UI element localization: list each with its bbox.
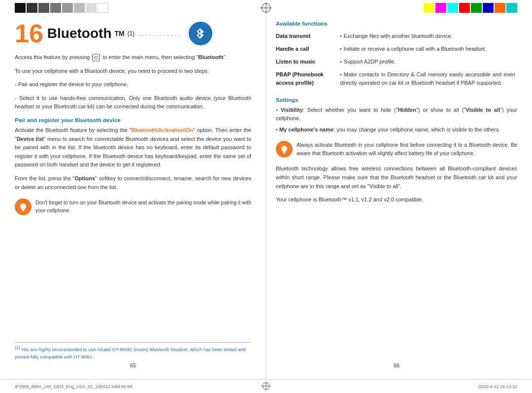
chapter-title: Bluetooth — [47, 26, 112, 41]
swatch-light-gray — [62, 3, 73, 13]
settings-heading: Settings — [276, 97, 517, 103]
swatch-near-white — [86, 3, 97, 13]
swatch-black — [15, 3, 26, 13]
footnote-area: (1) You are highly recommended to use Al… — [15, 342, 251, 360]
svg-rect-8 — [283, 153, 286, 154]
swatch-red — [459, 3, 470, 13]
bottom-bar: IP2809_808A_UM_GEM_Eng_USA_01_100412.ind… — [0, 379, 532, 393]
func-label-handle-call: Handle a call — [276, 43, 340, 56]
swatch-cyan — [447, 3, 458, 13]
swatch-dark-gray — [27, 3, 37, 13]
functions-table: Data transmit •Exchange files with anoth… — [276, 31, 517, 90]
page-divider — [266, 16, 266, 379]
swatch-yellow — [424, 3, 434, 13]
available-functions-title: Available functions — [276, 21, 517, 27]
bluetooth-icon — [189, 22, 212, 45]
swatch-blue — [483, 3, 494, 13]
swatch-white — [98, 3, 108, 13]
func-label-data-transmit: Data transmit — [276, 31, 340, 43]
page-number-right: 66 — [394, 362, 399, 368]
chapter-number: 16 — [15, 21, 43, 46]
note-text-left: Don't forget to turn on your Bluetooth d… — [35, 198, 251, 215]
swatch-lighter-gray — [74, 3, 85, 13]
note-icon-left — [15, 198, 32, 215]
top-bar — [0, 0, 532, 16]
page-number-left: 65 — [130, 362, 136, 368]
note-box-left: Don't forget to turn on your Bluetooth d… — [15, 198, 251, 215]
pair-section-heading: Pair and register your Bluetooth device — [15, 117, 251, 123]
svg-point-6 — [95, 56, 98, 59]
page-left: 16 BluetoothTM(1) ............ Access th… — [15, 21, 251, 368]
pair-paragraph-1: Activate the Bluetooth feature by select… — [15, 126, 251, 169]
footnote-text: (1) You are highly recommended to use Al… — [15, 345, 251, 360]
intro-step-2: - Select it to use hands-free communicat… — [15, 94, 251, 111]
settings-list: Visibility: Select whether you want to h… — [276, 106, 517, 134]
bottom-timestamp: 2010-4-12 16:13:32 — [478, 384, 517, 389]
bottom-filename: IP2809_808A_UM_GEM_Eng_USA_01_100412.ind… — [15, 384, 133, 389]
svg-rect-5 — [93, 54, 100, 61]
intro-paragraph-2: To use your cellphone with a Bluetooth d… — [15, 67, 251, 76]
bottom-text-2: Your cellphone is Bluetooth™ v1.1, v1.2 … — [276, 196, 517, 204]
registration-mark-top-center — [261, 2, 271, 13]
swatch-orange — [495, 3, 505, 13]
swatch-green — [471, 3, 482, 13]
swatch-magenta — [435, 3, 446, 13]
pair-paragraph-2: From the list, press the "Options" softk… — [15, 174, 251, 192]
func-desc-data-transmit: •Exchange files with another bluetooth d… — [340, 31, 517, 43]
table-row: Handle a call •Initiate or receive a cel… — [276, 43, 517, 56]
page-right: Available functions Data transmit •Excha… — [276, 21, 517, 368]
swatch-gray — [38, 3, 49, 13]
swatches-left — [15, 3, 108, 13]
func-desc-listen-music: •Support A2DP profile. — [340, 56, 517, 69]
swatch-mid-gray — [50, 3, 61, 13]
chapter-heading: 16 BluetoothTM(1) ............ — [15, 21, 251, 46]
func-label-listen-music: Listen to music — [276, 56, 340, 69]
registration-mark-bottom-center — [262, 382, 270, 392]
func-desc-handle-call: •Initiate or receive a cellphone call wi… — [340, 43, 517, 56]
bottom-text-1: Bluetooth technology allows free wireles… — [276, 164, 517, 191]
table-row: PBAP (Phonebook access profile) •Make co… — [276, 69, 517, 90]
func-label-pbap: PBAP (Phonebook access profile) — [276, 69, 340, 90]
chapter-footnote-ref: (1) — [128, 30, 135, 37]
table-row: Listen to music •Support A2DP profile. — [276, 56, 517, 69]
table-row: Data transmit •Exchange files with anoth… — [276, 31, 517, 43]
note-icon-right — [276, 141, 293, 158]
swatches-right — [424, 3, 517, 13]
chapter-tm: TM — [114, 30, 124, 37]
dots-decoration: ............ — [137, 29, 181, 38]
intro-step-1: - Pair and register the device to your c… — [15, 80, 251, 89]
swatch-teal — [506, 3, 517, 13]
list-item: Visibility: Select whether you want to h… — [276, 106, 517, 123]
note-box-right: Always activate Bluetooth in your cellph… — [276, 141, 517, 158]
note-text-right: Always activate Bluetooth in your cellph… — [297, 141, 517, 157]
list-item: My cellphone's name: you may change your… — [276, 126, 517, 134]
intro-paragraph-1: Access this feature by pressing to enter… — [15, 53, 251, 62]
svg-rect-7 — [22, 210, 25, 211]
func-desc-pbap: •Make contacts in Directory & Call memor… — [340, 69, 517, 90]
